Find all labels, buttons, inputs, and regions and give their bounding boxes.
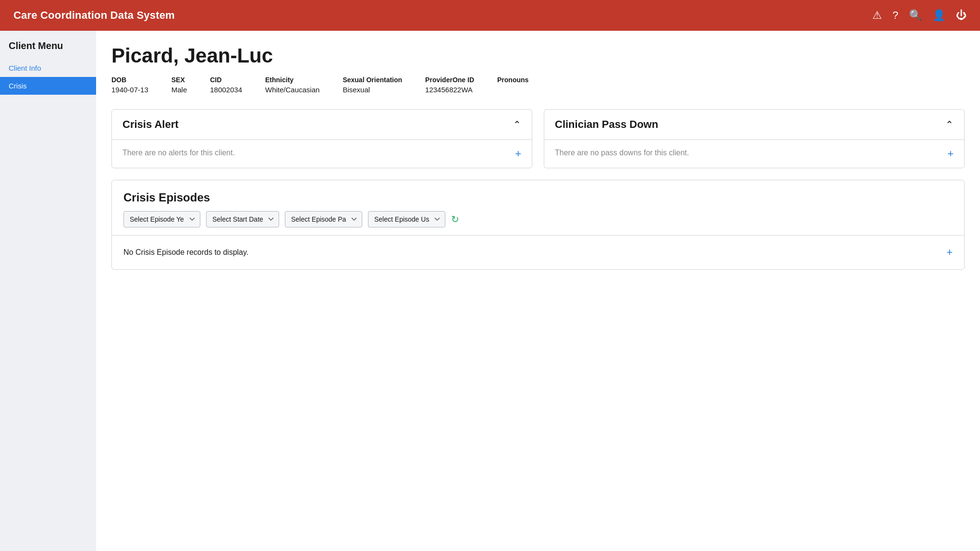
ethnicity-value: White/Caucasian — [265, 86, 319, 94]
crisis-alert-header: Crisis Alert ⌃ — [112, 110, 532, 140]
client-field-ethnicity: Ethnicity White/Caucasian — [265, 76, 319, 94]
sidebar-heading: Client Menu — [0, 40, 96, 59]
app-title: Care Coordination Data System — [13, 9, 175, 22]
crisis-episodes-empty-text: No Crisis Episode records to display. — [123, 248, 248, 257]
clinician-pass-down-empty-text: There are no pass downs for this client. — [555, 149, 689, 157]
episode-us-select[interactable]: Select Episode Us — [368, 211, 445, 227]
user-icon[interactable]: 👤 — [932, 9, 945, 22]
client-field-sex: SEX Male — [172, 76, 187, 94]
main-layout: Client Menu Client Info Crisis Picard, J… — [0, 31, 980, 551]
help-icon[interactable]: ? — [893, 9, 898, 22]
client-field-cid: CID 18002034 — [210, 76, 242, 94]
sex-value: Male — [172, 86, 187, 94]
providerone-label: ProviderOne ID — [425, 76, 474, 84]
crisis-episodes-filters: Select Episode Ye Select Start Date Sele… — [123, 211, 953, 227]
client-name: Picard, Jean-Luc — [111, 44, 965, 67]
episode-pa-select[interactable]: Select Episode Pa — [285, 211, 362, 227]
crisis-episodes-title: Crisis Episodes — [123, 191, 953, 204]
alert-icon[interactable]: ⚠ — [872, 9, 882, 22]
crisis-alert-add-button[interactable]: + — [515, 149, 521, 159]
client-field-providerone: ProviderOne ID 123456822WA — [425, 76, 474, 94]
sexual-orientation-value: Bisexual — [343, 86, 402, 94]
crisis-alert-chevron-icon[interactable]: ⌃ — [513, 119, 521, 130]
crisis-episodes-body: No Crisis Episode records to display. + — [112, 235, 964, 269]
sidebar-item-client-info[interactable]: Client Info — [0, 59, 96, 77]
cid-label: CID — [210, 76, 242, 84]
refresh-icon[interactable]: ↻ — [451, 213, 459, 225]
sexual-orientation-label: Sexual Orientation — [343, 76, 402, 84]
cid-value: 18002034 — [210, 86, 242, 94]
clinician-pass-down-header: Clinician Pass Down ⌃ — [544, 110, 964, 140]
client-field-pronouns: Pronouns — [497, 76, 528, 94]
client-field-dob: DOB 1940-07-13 — [111, 76, 148, 94]
sidebar: Client Menu Client Info Crisis — [0, 31, 96, 551]
crisis-alert-title: Crisis Alert — [122, 118, 179, 131]
client-info-row: DOB 1940-07-13 SEX Male CID 18002034 Eth… — [111, 76, 965, 94]
start-date-select[interactable]: Select Start Date — [206, 211, 279, 227]
search-icon[interactable]: 🔍 — [909, 9, 922, 22]
clinician-pass-down-card: Clinician Pass Down ⌃ There are no pass … — [544, 109, 965, 168]
sidebar-item-crisis[interactable]: Crisis — [0, 77, 96, 95]
clinician-pass-down-add-button[interactable]: + — [947, 149, 954, 159]
crisis-episodes-section: Crisis Episodes Select Episode Ye Select… — [111, 180, 965, 270]
crisis-alert-card: Crisis Alert ⌃ There are no alerts for t… — [111, 109, 532, 168]
pronouns-label: Pronouns — [497, 76, 528, 84]
main-content: Picard, Jean-Luc DOB 1940-07-13 SEX Male… — [96, 31, 980, 551]
crisis-episodes-header: Crisis Episodes Select Episode Ye Select… — [112, 180, 964, 235]
client-field-sexual-orientation: Sexual Orientation Bisexual — [343, 76, 402, 94]
clinician-pass-down-title: Clinician Pass Down — [555, 118, 658, 131]
app-header: Care Coordination Data System ⚠ ? 🔍 👤 ⏻ — [0, 0, 980, 31]
dob-value: 1940-07-13 — [111, 86, 148, 94]
clinician-pass-down-chevron-icon[interactable]: ⌃ — [945, 119, 954, 130]
crisis-episodes-add-button[interactable]: + — [946, 246, 953, 259]
header-icons: ⚠ ? 🔍 👤 ⏻ — [872, 9, 967, 22]
providerone-value: 123456822WA — [425, 86, 474, 94]
sex-label: SEX — [172, 76, 187, 84]
logout-icon[interactable]: ⏻ — [956, 9, 967, 22]
crisis-alert-body: There are no alerts for this client. + — [112, 140, 532, 168]
episode-year-select[interactable]: Select Episode Ye — [123, 211, 200, 227]
crisis-alert-empty-text: There are no alerts for this client. — [122, 149, 235, 157]
cards-row: Crisis Alert ⌃ There are no alerts for t… — [111, 109, 965, 168]
ethnicity-label: Ethnicity — [265, 76, 319, 84]
dob-label: DOB — [111, 76, 148, 84]
clinician-pass-down-body: There are no pass downs for this client.… — [544, 140, 964, 168]
